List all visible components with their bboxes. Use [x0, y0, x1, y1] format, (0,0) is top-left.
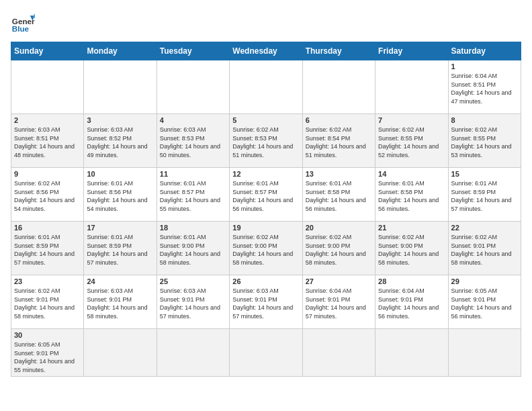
- calendar-cell: 21Sunrise: 6:02 AMSunset: 9:00 PMDayligh…: [375, 222, 448, 275]
- day-info: Sunrise: 6:02 AMSunset: 8:54 PMDaylight:…: [306, 126, 372, 159]
- calendar-table: SundayMondayTuesdayWednesdayThursdayFrid…: [11, 42, 521, 377]
- day-info: Sunrise: 6:02 AMSunset: 9:00 PMDaylight:…: [378, 233, 445, 267]
- day-number: 21: [378, 224, 445, 232]
- day-number: 4: [160, 116, 226, 124]
- calendar-cell: 27Sunrise: 6:04 AMSunset: 9:01 PMDayligh…: [302, 275, 375, 329]
- calendar-cell: 2Sunrise: 6:03 AMSunset: 8:51 PMDaylight…: [11, 114, 84, 168]
- calendar-cell: [448, 329, 521, 377]
- day-number: 20: [306, 224, 372, 232]
- day-info: Sunrise: 6:03 AMSunset: 9:01 PMDaylight:…: [232, 287, 299, 320]
- calendar-cell: 3Sunrise: 6:03 AMSunset: 8:52 PMDaylight…: [84, 114, 157, 168]
- calendar-cell: 24Sunrise: 6:03 AMSunset: 9:01 PMDayligh…: [84, 275, 157, 329]
- day-number: 12: [232, 170, 299, 178]
- day-number: 26: [232, 277, 299, 285]
- day-header-friday: Friday: [375, 42, 448, 60]
- day-number: 27: [306, 277, 372, 285]
- calendar-cell: [157, 60, 229, 114]
- day-info: Sunrise: 6:01 AMSunset: 8:59 PMDaylight:…: [14, 233, 81, 267]
- svg-text:Blue: Blue: [12, 24, 30, 33]
- calendar-cell: [375, 329, 448, 377]
- day-info: Sunrise: 6:04 AMSunset: 8:51 PMDaylight:…: [451, 72, 518, 105]
- calendar-cell: 29Sunrise: 6:05 AMSunset: 9:01 PMDayligh…: [448, 275, 521, 329]
- day-info: Sunrise: 6:03 AMSunset: 8:51 PMDaylight:…: [14, 126, 81, 159]
- day-number: 22: [451, 224, 518, 232]
- calendar-cell: [230, 329, 302, 377]
- day-number: 30: [14, 331, 81, 339]
- day-info: Sunrise: 6:01 AMSunset: 8:56 PMDaylight:…: [87, 179, 153, 213]
- day-info: Sunrise: 6:03 AMSunset: 9:01 PMDaylight:…: [87, 287, 153, 320]
- day-info: Sunrise: 6:02 AMSunset: 8:56 PMDaylight:…: [14, 179, 81, 213]
- day-info: Sunrise: 6:02 AMSunset: 9:01 PMDaylight:…: [14, 287, 81, 320]
- calendar-cell: 17Sunrise: 6:01 AMSunset: 8:59 PMDayligh…: [84, 222, 157, 275]
- day-info: Sunrise: 6:01 AMSunset: 8:59 PMDaylight:…: [87, 233, 153, 267]
- calendar-cell: 22Sunrise: 6:02 AMSunset: 9:01 PMDayligh…: [448, 222, 521, 275]
- calendar-cell: [84, 60, 157, 114]
- day-info: Sunrise: 6:01 AMSunset: 8:57 PMDaylight:…: [160, 179, 226, 213]
- day-info: Sunrise: 6:02 AMSunset: 8:55 PMDaylight:…: [451, 126, 518, 159]
- day-number: 5: [232, 116, 299, 124]
- calendar-cell: 7Sunrise: 6:02 AMSunset: 8:55 PMDaylight…: [375, 114, 448, 168]
- calendar-cell: 11Sunrise: 6:01 AMSunset: 8:57 PMDayligh…: [157, 168, 229, 222]
- day-number: 6: [306, 116, 372, 124]
- calendar-cell: 13Sunrise: 6:01 AMSunset: 8:58 PMDayligh…: [302, 168, 375, 222]
- calendar-cell: 5Sunrise: 6:02 AMSunset: 8:53 PMDaylight…: [230, 114, 302, 168]
- day-number: 14: [378, 170, 445, 178]
- day-info: Sunrise: 6:05 AMSunset: 9:01 PMDaylight:…: [14, 340, 81, 374]
- calendar-cell: [302, 60, 375, 114]
- day-number: 28: [378, 277, 445, 285]
- calendar-cell: 9Sunrise: 6:02 AMSunset: 8:56 PMDaylight…: [11, 168, 84, 222]
- calendar-cell: 4Sunrise: 6:03 AMSunset: 8:53 PMDaylight…: [157, 114, 229, 168]
- day-info: Sunrise: 6:02 AMSunset: 9:00 PMDaylight:…: [232, 233, 299, 267]
- day-info: Sunrise: 6:04 AMSunset: 9:01 PMDaylight:…: [306, 287, 372, 320]
- calendar-cell: 16Sunrise: 6:01 AMSunset: 8:59 PMDayligh…: [11, 222, 84, 275]
- day-info: Sunrise: 6:05 AMSunset: 9:01 PMDaylight:…: [451, 287, 518, 320]
- day-number: 24: [87, 277, 153, 285]
- day-number: 2: [14, 116, 81, 124]
- day-info: Sunrise: 6:01 AMSunset: 8:58 PMDaylight:…: [378, 179, 445, 213]
- calendar-cell: [302, 329, 375, 377]
- calendar-cell: 15Sunrise: 6:01 AMSunset: 8:59 PMDayligh…: [448, 168, 521, 222]
- calendar-cell: [375, 60, 448, 114]
- day-number: 17: [87, 224, 153, 232]
- day-header-tuesday: Tuesday: [157, 42, 229, 60]
- calendar-cell: 10Sunrise: 6:01 AMSunset: 8:56 PMDayligh…: [84, 168, 157, 222]
- calendar-cell: 12Sunrise: 6:01 AMSunset: 8:57 PMDayligh…: [230, 168, 302, 222]
- calendar-cell: 8Sunrise: 6:02 AMSunset: 8:55 PMDaylight…: [448, 114, 521, 168]
- day-number: 3: [87, 116, 153, 124]
- day-number: 8: [451, 116, 518, 124]
- day-info: Sunrise: 6:03 AMSunset: 9:01 PMDaylight:…: [160, 287, 226, 320]
- day-number: 9: [14, 170, 81, 178]
- day-info: Sunrise: 6:01 AMSunset: 9:00 PMDaylight:…: [160, 233, 226, 267]
- day-info: Sunrise: 6:01 AMSunset: 8:57 PMDaylight:…: [232, 179, 299, 213]
- day-number: 13: [306, 170, 372, 178]
- day-header-monday: Monday: [84, 42, 157, 60]
- logo-icon: General Blue: [11, 11, 35, 35]
- calendar-cell: 28Sunrise: 6:04 AMSunset: 9:01 PMDayligh…: [375, 275, 448, 329]
- calendar-cell: 20Sunrise: 6:02 AMSunset: 9:00 PMDayligh…: [302, 222, 375, 275]
- day-number: 19: [232, 224, 299, 232]
- calendar-cell: 23Sunrise: 6:02 AMSunset: 9:01 PMDayligh…: [11, 275, 84, 329]
- day-header-wednesday: Wednesday: [230, 42, 302, 60]
- calendar-cell: [84, 329, 157, 377]
- day-number: 10: [87, 170, 153, 178]
- day-number: 1: [451, 62, 518, 71]
- day-number: 11: [160, 170, 226, 178]
- logo: General Blue: [11, 11, 35, 35]
- day-info: Sunrise: 6:02 AMSunset: 9:00 PMDaylight:…: [306, 233, 372, 267]
- day-info: Sunrise: 6:02 AMSunset: 9:01 PMDaylight:…: [451, 233, 518, 267]
- day-number: 29: [451, 277, 518, 285]
- day-info: Sunrise: 6:01 AMSunset: 8:58 PMDaylight:…: [306, 179, 372, 213]
- calendar-cell: [230, 60, 302, 114]
- day-number: 16: [14, 224, 81, 232]
- day-number: 23: [14, 277, 81, 285]
- day-info: Sunrise: 6:03 AMSunset: 8:53 PMDaylight:…: [160, 126, 226, 159]
- day-number: 25: [160, 277, 226, 285]
- day-info: Sunrise: 6:02 AMSunset: 8:53 PMDaylight:…: [232, 126, 299, 159]
- calendar-cell: 6Sunrise: 6:02 AMSunset: 8:54 PMDaylight…: [302, 114, 375, 168]
- day-info: Sunrise: 6:02 AMSunset: 8:55 PMDaylight:…: [378, 126, 445, 159]
- calendar-cell: [11, 60, 84, 114]
- day-header-saturday: Saturday: [448, 42, 521, 60]
- calendar-cell: 30Sunrise: 6:05 AMSunset: 9:01 PMDayligh…: [11, 329, 84, 377]
- day-header-sunday: Sunday: [11, 42, 84, 60]
- day-number: 15: [451, 170, 518, 178]
